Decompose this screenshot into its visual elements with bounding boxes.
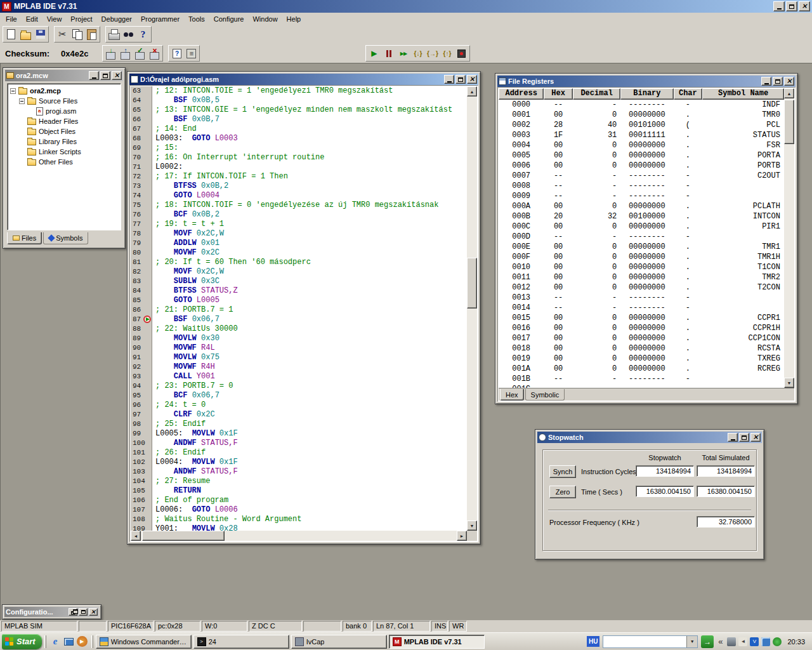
line-number[interactable]: 75 bbox=[131, 201, 152, 210]
desktop-quicklaunch-icon[interactable] bbox=[63, 636, 74, 647]
menu-programmer[interactable]: Programmer bbox=[136, 14, 184, 24]
line-number[interactable]: 109 bbox=[131, 524, 152, 531]
media-quicklaunch-icon[interactable] bbox=[77, 636, 88, 647]
line-number[interactable]: 85 bbox=[131, 296, 152, 305]
line-number[interactable]: 107 bbox=[131, 505, 152, 515]
maximize-button[interactable] bbox=[455, 75, 466, 84]
fr-row-000D[interactable]: 000D------------ bbox=[499, 232, 784, 242]
code-text[interactable]: ; 17: If INTCON.TOIF = 1 Then bbox=[152, 172, 288, 182]
line-number[interactable]: 105 bbox=[131, 486, 152, 496]
maximize-button[interactable] bbox=[786, 1, 797, 11]
paste-icon[interactable] bbox=[84, 27, 99, 41]
code-text[interactable]: BCF 0x0B,2 bbox=[152, 210, 219, 220]
animate-icon[interactable] bbox=[396, 46, 410, 60]
synch-button[interactable]: Synch bbox=[549, 465, 576, 478]
line-number[interactable]: 88 bbox=[131, 324, 152, 334]
halt-icon[interactable] bbox=[381, 46, 396, 60]
code-text[interactable]: L0005: MOVLW 0x1F bbox=[152, 429, 238, 439]
fr-row-0004[interactable]: 000400000000000.FSR bbox=[499, 140, 784, 150]
minimize-button[interactable] bbox=[773, 1, 785, 11]
tree-item-source-files[interactable]: Source Files bbox=[9, 96, 121, 106]
line-number[interactable]: 68 bbox=[131, 134, 152, 143]
scroll-down-icon[interactable]: ▼ bbox=[467, 521, 477, 531]
line-number[interactable]: 67 bbox=[131, 124, 152, 134]
menu-window[interactable]: Window bbox=[248, 14, 282, 24]
configuration-titlebar[interactable]: Configuratio... × bbox=[4, 607, 99, 617]
minimize-button[interactable] bbox=[728, 433, 738, 442]
menu-file[interactable]: File bbox=[1, 14, 22, 24]
code-text[interactable]: GOTO L0004 bbox=[152, 191, 219, 201]
code-text[interactable]: ; 24: t = 0 bbox=[152, 401, 206, 410]
code-text[interactable]: BSF 0x06,7 bbox=[152, 315, 219, 324]
blank-check-icon[interactable] bbox=[169, 46, 184, 60]
line-number[interactable]: 90 bbox=[131, 343, 152, 353]
verify-device-icon[interactable] bbox=[133, 46, 147, 60]
copy-icon[interactable] bbox=[70, 27, 84, 41]
fr-row-000C[interactable]: 000C00000000000.PIR1 bbox=[499, 222, 784, 232]
maximize-button[interactable] bbox=[739, 433, 749, 442]
line-number[interactable]: 66 bbox=[131, 115, 152, 124]
code-text[interactable]: ; 23: PORTB.7 = 0 bbox=[152, 381, 233, 391]
editor-horizontal-scrollbar[interactable]: ◄ ► bbox=[131, 531, 467, 541]
line-number[interactable]: 94 bbox=[131, 381, 152, 391]
project-window-titlebar[interactable]: ora2.mcw × bbox=[5, 70, 123, 81]
menu-view[interactable]: View bbox=[43, 14, 67, 24]
code-text[interactable]: ; 15: bbox=[152, 143, 178, 153]
fr-row-0015[interactable]: 001500000000000.CCPR1 bbox=[499, 313, 784, 323]
scroll-up-icon[interactable]: ▲ bbox=[784, 88, 794, 98]
minimize-button[interactable] bbox=[89, 71, 99, 80]
line-number[interactable]: 106 bbox=[131, 496, 152, 505]
tree-item-object-files[interactable]: Object Files bbox=[9, 126, 121, 136]
restore-button[interactable] bbox=[69, 608, 77, 616]
close-button[interactable]: × bbox=[467, 75, 477, 84]
line-number[interactable]: 99 bbox=[131, 429, 152, 439]
code-text[interactable]: BCF 0x06,7 bbox=[152, 391, 219, 401]
hide-icons-chevron[interactable]: « bbox=[717, 637, 724, 646]
line-number[interactable]: 92 bbox=[131, 362, 152, 372]
fr-row-0019[interactable]: 001900000000000.TXREG bbox=[499, 354, 784, 364]
line-number[interactable]: 87 bbox=[131, 315, 152, 324]
line-number[interactable]: 69 bbox=[131, 143, 152, 153]
line-number[interactable]: 78 bbox=[131, 229, 152, 239]
code-text[interactable]: MOVWF 0x2C bbox=[152, 248, 219, 258]
line-number[interactable]: 77 bbox=[131, 220, 152, 229]
line-number[interactable]: 65 bbox=[131, 105, 152, 115]
code-text[interactable]: ; 12: INTCON.TOIE = 1 'engedélyezi TMR0 … bbox=[152, 86, 393, 96]
antivirus-tray-icon[interactable] bbox=[750, 637, 759, 646]
fr-row-000A[interactable]: 000A00000000000.PCLATH bbox=[499, 201, 784, 211]
close-button[interactable]: × bbox=[89, 608, 98, 616]
erase-device-icon[interactable] bbox=[147, 46, 162, 60]
fr-row-0013[interactable]: 0013------------ bbox=[499, 293, 784, 303]
code-area[interactable]: 63; 12: INTCON.TOIE = 1 'engedélyezi TMR… bbox=[131, 86, 467, 531]
line-number[interactable]: 71 bbox=[131, 162, 152, 172]
line-number[interactable]: 93 bbox=[131, 372, 152, 381]
program-device-icon[interactable] bbox=[103, 46, 118, 60]
read-device-icon[interactable] bbox=[118, 46, 133, 60]
fr-tab-hex[interactable]: Hex bbox=[500, 389, 524, 401]
code-text[interactable]: MOVWF R4H bbox=[152, 362, 215, 372]
code-text[interactable]: BSF 0x0B,7 bbox=[152, 115, 219, 124]
code-text[interactable]: ANDWF STATUS,F bbox=[152, 467, 238, 477]
line-number[interactable]: 91 bbox=[131, 353, 152, 362]
device-settings-icon[interactable] bbox=[184, 46, 199, 60]
fr-row-0007[interactable]: 0007------------C2OUT bbox=[499, 171, 784, 181]
task-mplab-ide-v7-31[interactable]: MPLAB IDE v7.31 bbox=[389, 635, 485, 649]
code-text[interactable]: ANDWF STATUS,F bbox=[152, 439, 238, 448]
fr-row-0002[interactable]: 0002284000101000(PCL bbox=[499, 120, 784, 130]
scroll-left-icon[interactable]: ◄ bbox=[131, 531, 141, 541]
line-number[interactable]: 100 bbox=[131, 439, 152, 448]
code-text[interactable]: ADDLW 0x01 bbox=[152, 239, 219, 248]
code-text[interactable]: MOVLW 0x30 bbox=[152, 334, 219, 343]
line-number[interactable]: 103 bbox=[131, 467, 152, 477]
fr-row-0000[interactable]: 0000------------INDF bbox=[499, 100, 784, 110]
code-text[interactable]: L0006: GOTO L0006 bbox=[152, 505, 238, 515]
menu-configure[interactable]: Configure bbox=[209, 14, 249, 24]
combo-dropdown-icon[interactable]: ▼ bbox=[686, 636, 697, 647]
line-number[interactable]: 70 bbox=[131, 153, 152, 162]
tree-item-header-files[interactable]: Header Files bbox=[9, 116, 121, 126]
line-number[interactable]: 76 bbox=[131, 210, 152, 220]
line-number[interactable]: 79 bbox=[131, 239, 152, 248]
tree-item-library-files[interactable]: Library Files bbox=[9, 136, 121, 147]
minimize-button[interactable] bbox=[761, 77, 771, 86]
close-button[interactable]: × bbox=[799, 1, 810, 11]
